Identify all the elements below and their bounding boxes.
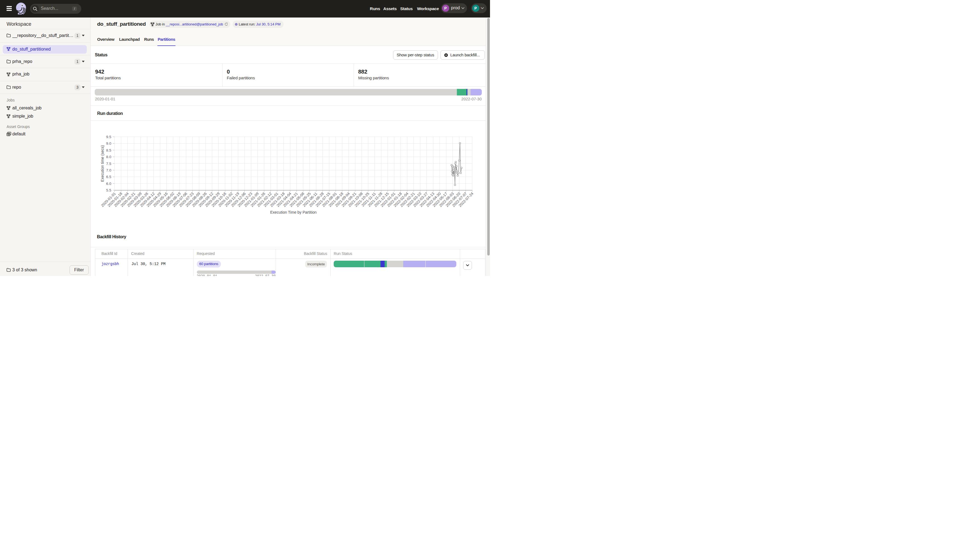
svg-text:8.5: 8.5 [106,148,111,152]
svg-text:Execution Time by Partition: Execution Time by Partition [270,210,317,214]
svg-text:6.5: 6.5 [106,175,111,179]
svg-text:7.5: 7.5 [106,162,111,166]
svg-text:5.5: 5.5 [106,188,111,192]
svg-text:9.0: 9.0 [106,141,111,146]
svg-text:8.0: 8.0 [106,155,111,159]
svg-text:Execution time (secs): Execution time (secs) [100,145,105,182]
svg-text:7.0: 7.0 [106,168,111,172]
svg-text:9.5: 9.5 [106,135,111,139]
svg-text:6.0: 6.0 [106,182,111,186]
